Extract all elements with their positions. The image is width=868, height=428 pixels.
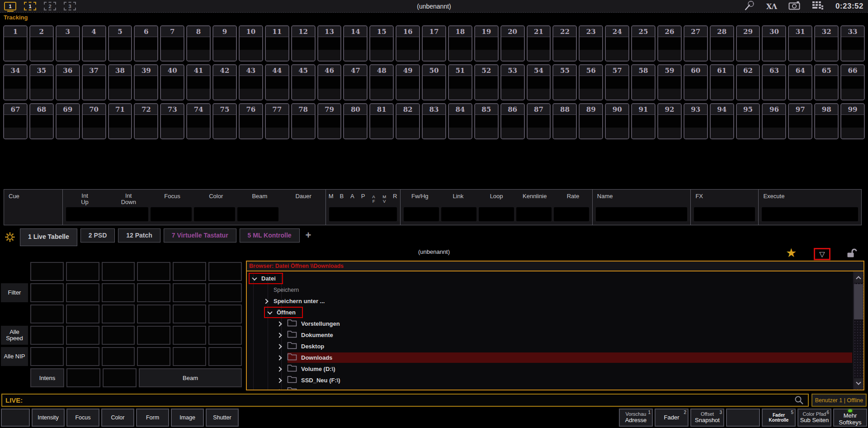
camera-icon[interactable] bbox=[788, 1, 800, 12]
tree-item[interactable]: Speichern bbox=[247, 284, 853, 295]
expand-chevron-icon[interactable] bbox=[277, 366, 282, 371]
executor-button[interactable]: 21 bbox=[527, 25, 551, 62]
magnifier-icon[interactable] bbox=[794, 395, 804, 405]
executor-button[interactable]: 48 bbox=[369, 64, 394, 100]
executor-button[interactable]: 74 bbox=[186, 103, 211, 139]
preset-button[interactable] bbox=[66, 304, 99, 323]
expand-chevron-icon[interactable] bbox=[277, 333, 282, 338]
softkey-button[interactable]: 1VorschauAdresse bbox=[619, 409, 653, 427]
scrollbar[interactable] bbox=[853, 271, 863, 390]
executor-button[interactable]: 18 bbox=[448, 25, 472, 62]
executor-button[interactable]: 65 bbox=[814, 64, 839, 100]
executor-button[interactable]: 50 bbox=[422, 64, 446, 100]
screen-frame-icon[interactable]: 2 bbox=[44, 2, 56, 10]
executor-button[interactable]: 12 bbox=[291, 25, 316, 62]
executor-button[interactable]: 84 bbox=[448, 103, 472, 139]
wand-icon[interactable] bbox=[744, 0, 755, 13]
executor-button[interactable]: 39 bbox=[134, 64, 158, 100]
executor-button[interactable]: 62 bbox=[736, 64, 760, 100]
preset-button[interactable] bbox=[66, 326, 99, 345]
cue-field[interactable] bbox=[151, 207, 192, 221]
executor-button[interactable]: 32 bbox=[814, 25, 839, 62]
executor-button[interactable]: 87 bbox=[527, 103, 551, 139]
executor-button[interactable]: 6 bbox=[134, 25, 158, 62]
executor-button[interactable]: 73 bbox=[160, 103, 184, 139]
executor-button[interactable]: 90 bbox=[605, 103, 629, 139]
preset-button[interactable] bbox=[102, 326, 135, 345]
executor-button[interactable]: 26 bbox=[657, 25, 682, 62]
executor-button[interactable]: 64 bbox=[788, 64, 812, 100]
softkey-button[interactable]: 3OffsetSnapshot bbox=[690, 409, 724, 427]
expand-chevron-icon[interactable] bbox=[277, 389, 282, 390]
executor-button[interactable]: 31 bbox=[788, 25, 812, 62]
scroll-up-button[interactable] bbox=[854, 272, 863, 283]
preset-button[interactable] bbox=[30, 304, 64, 323]
executor-button[interactable]: 54 bbox=[527, 64, 551, 100]
tree-item[interactable]: Öffnen bbox=[247, 307, 853, 318]
toolbar-button-intensity[interactable]: Intensity bbox=[32, 409, 65, 427]
executor-button[interactable]: 80 bbox=[343, 103, 368, 139]
executor-button[interactable]: 27 bbox=[684, 25, 708, 62]
cue-field[interactable] bbox=[479, 207, 514, 221]
executor-button[interactable]: 25 bbox=[631, 25, 656, 62]
preset-button[interactable] bbox=[102, 347, 135, 366]
executor-button[interactable]: 13 bbox=[317, 25, 342, 62]
executor-button[interactable]: 33 bbox=[840, 25, 865, 62]
softkey-button[interactable]: 2Fader bbox=[655, 409, 689, 427]
executor-button[interactable]: 4 bbox=[82, 25, 106, 62]
executor-button[interactable]: 77 bbox=[265, 103, 289, 139]
preset-button[interactable] bbox=[103, 368, 137, 387]
preset-button[interactable] bbox=[137, 262, 170, 281]
tree-item[interactable]: Modding (G:\) bbox=[247, 386, 853, 390]
scrollbar-thumb[interactable] bbox=[854, 284, 863, 319]
cue-field[interactable] bbox=[441, 207, 476, 221]
screen-frame-icon[interactable]: 3 bbox=[64, 2, 76, 10]
executor-button[interactable]: 9 bbox=[212, 25, 237, 62]
executor-button[interactable]: 14 bbox=[343, 25, 368, 62]
preset-button[interactable] bbox=[66, 262, 99, 281]
preset-button[interactable] bbox=[66, 368, 100, 387]
toolbar-button-color[interactable]: Color bbox=[101, 409, 134, 427]
executor-button[interactable]: 93 bbox=[684, 103, 708, 139]
tree-item[interactable]: Downloads bbox=[247, 352, 853, 363]
executor-button[interactable]: 91 bbox=[631, 103, 656, 139]
expand-chevron-icon[interactable] bbox=[252, 275, 257, 280]
preset-button[interactable] bbox=[66, 347, 99, 366]
preset-button[interactable] bbox=[173, 347, 206, 366]
executor-button[interactable]: 22 bbox=[552, 25, 577, 62]
executor-button[interactable]: 43 bbox=[239, 64, 263, 100]
preset-button[interactable] bbox=[66, 283, 99, 302]
executor-button[interactable]: 61 bbox=[710, 64, 734, 100]
align-letters-icon[interactable]: XΛ bbox=[766, 2, 777, 11]
preset-button[interactable] bbox=[173, 326, 206, 345]
executor-button[interactable]: 42 bbox=[212, 64, 237, 100]
filter-triangle-icon[interactable]: ▽ bbox=[814, 248, 830, 260]
toolbar-button-form[interactable]: Form bbox=[136, 409, 169, 427]
executor-button[interactable]: 83 bbox=[422, 103, 446, 139]
executor-button[interactable]: 11 bbox=[265, 25, 289, 62]
executor-button[interactable]: 46 bbox=[317, 64, 342, 100]
preset-button[interactable] bbox=[173, 262, 206, 281]
executor-button[interactable]: 40 bbox=[160, 64, 184, 100]
preset-button[interactable] bbox=[137, 347, 170, 366]
executor-button[interactable]: 24 bbox=[605, 25, 629, 62]
preset-button[interactable] bbox=[137, 304, 170, 323]
executor-button[interactable]: 67 bbox=[3, 103, 28, 139]
executor-button[interactable]: 63 bbox=[762, 64, 786, 100]
expand-chevron-icon[interactable] bbox=[263, 299, 268, 304]
cue-field[interactable] bbox=[762, 207, 858, 221]
preset-button[interactable] bbox=[208, 283, 242, 302]
executor-button[interactable]: 34 bbox=[3, 64, 28, 100]
view-tab[interactable]: 5 ML Kontrolle bbox=[240, 228, 300, 243]
view-tab[interactable]: 12 Patch bbox=[118, 228, 160, 243]
expand-chevron-icon[interactable] bbox=[267, 309, 272, 314]
expand-chevron-icon[interactable] bbox=[277, 321, 282, 326]
cue-field[interactable] bbox=[554, 207, 589, 221]
star-icon[interactable]: ★ bbox=[786, 246, 797, 260]
preset-button[interactable] bbox=[30, 262, 64, 281]
executor-button[interactable]: 45 bbox=[291, 64, 316, 100]
executor-button[interactable]: 23 bbox=[579, 25, 603, 62]
executor-button[interactable]: 52 bbox=[474, 64, 499, 100]
executor-button[interactable]: 60 bbox=[684, 64, 708, 100]
executor-button[interactable]: 47 bbox=[343, 64, 368, 100]
